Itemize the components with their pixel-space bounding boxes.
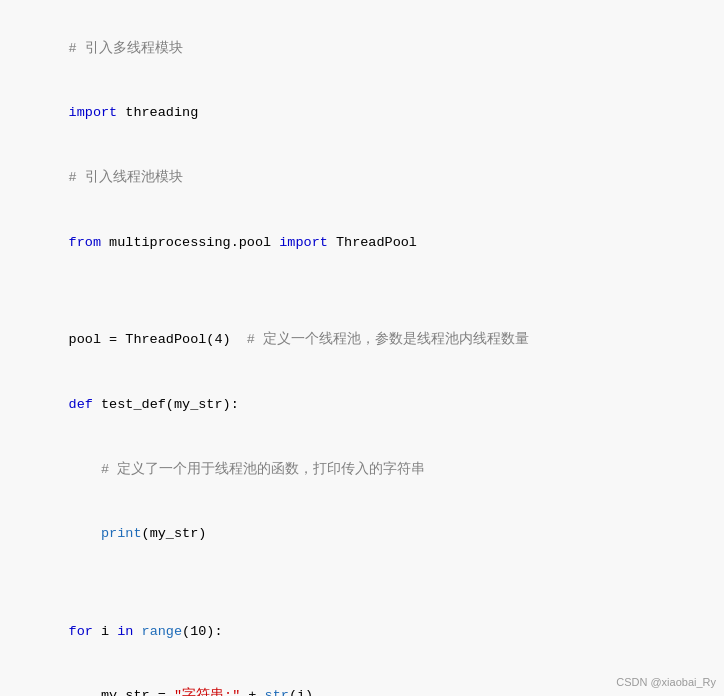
code-normal: i xyxy=(93,624,117,639)
code-keyword: import xyxy=(69,105,118,120)
code-normal: multiprocessing.pool xyxy=(101,235,279,250)
code-comment: # 引入多线程模块 xyxy=(69,41,183,56)
code-line-empty xyxy=(20,291,704,307)
code-builtin: range xyxy=(142,624,183,639)
code-line: # 定义了一个用于线程池的函数，打印传入的字符串 xyxy=(20,437,704,502)
code-normal xyxy=(69,462,101,477)
code-line: from multiprocessing.pool import ThreadP… xyxy=(20,210,704,275)
code-normal: pool = ThreadPool(4) xyxy=(69,332,247,347)
code-builtin: str xyxy=(265,688,289,696)
code-normal xyxy=(133,624,141,639)
code-normal: (my_str) xyxy=(142,526,207,541)
code-normal: test_def(my_str): xyxy=(93,397,239,412)
code-line-empty xyxy=(20,583,704,599)
code-keyword: import xyxy=(279,235,328,250)
code-normal: (10): xyxy=(182,624,223,639)
code-keyword: in xyxy=(117,624,133,639)
code-line: print(my_str) xyxy=(20,502,704,567)
code-line: for i in range(10): xyxy=(20,599,704,664)
code-section: # 引入多线程模块 import threading # 引入线程池模块 fro… xyxy=(0,0,724,696)
inline-comment: # 定义了一个用于线程池的函数，打印传入的字符串 xyxy=(101,462,425,477)
code-line: def test_def(my_str): xyxy=(20,372,704,437)
code-line-empty xyxy=(20,275,704,291)
code-string: "字符串:" xyxy=(174,688,240,696)
code-keyword: from xyxy=(69,235,101,250)
inline-comment: # 定义一个线程池，参数是线程池内线程数量 xyxy=(247,332,529,347)
code-line: import threading xyxy=(20,81,704,146)
code-normal: ThreadPool xyxy=(328,235,417,250)
code-normal xyxy=(69,526,101,541)
code-normal: my_str = xyxy=(69,688,174,696)
watermark: CSDN @xiaobai_Ry xyxy=(616,676,716,688)
code-line: # 引入多线程模块 xyxy=(20,16,704,81)
page-container: # 引入多线程模块 import threading # 引入线程池模块 fro… xyxy=(0,0,724,696)
code-line: my_str = "字符串:" + str(i) xyxy=(20,664,704,696)
code-builtin: print xyxy=(101,526,142,541)
code-normal: threading xyxy=(117,105,198,120)
code-keyword: def xyxy=(69,397,93,412)
code-normal: + xyxy=(240,688,264,696)
code-comment: # 引入线程池模块 xyxy=(69,170,183,185)
code-line-empty xyxy=(20,567,704,583)
code-line: # 引入线程池模块 xyxy=(20,146,704,211)
code-line: pool = ThreadPool(4) # 定义一个线程池，参数是线程池内线程… xyxy=(20,308,704,373)
code-normal: (i) xyxy=(289,688,313,696)
code-keyword: for xyxy=(69,624,93,639)
